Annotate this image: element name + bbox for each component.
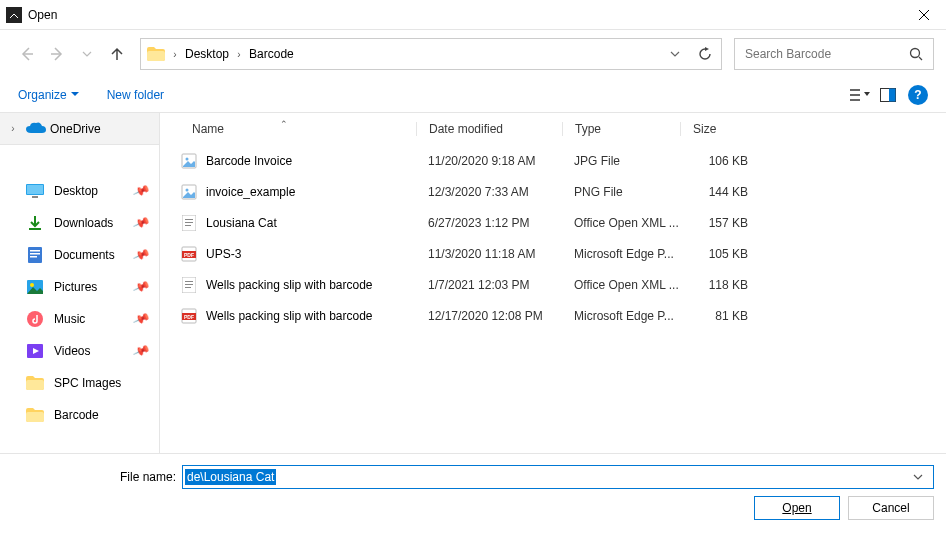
- sidebar-item-barcode[interactable]: Barcode: [0, 399, 159, 431]
- svg-point-21: [186, 188, 189, 191]
- window-title: Open: [28, 8, 901, 22]
- breadcrumb-box[interactable]: › Desktop › Barcode: [140, 38, 722, 70]
- close-button[interactable]: [901, 0, 946, 30]
- file-date: 11/3/2020 11:18 AM: [416, 247, 562, 261]
- sidebar-item-label: Music: [54, 312, 85, 326]
- file-size: 81 KB: [680, 309, 760, 323]
- folder-icon: [145, 40, 167, 68]
- filename-input[interactable]: de\Lousiana Cat: [182, 465, 934, 489]
- file-date: 12/3/2020 7:33 AM: [416, 185, 562, 199]
- sidebar-group-onedrive[interactable]: › OneDrive: [0, 113, 159, 145]
- search-input[interactable]: [743, 46, 909, 62]
- sidebar-item-label: SPC Images: [54, 376, 121, 390]
- svg-point-13: [30, 283, 34, 287]
- sidebar-item-downloads[interactable]: Downloads📌: [0, 207, 159, 239]
- svg-rect-31: [185, 284, 193, 285]
- svg-rect-4: [889, 89, 896, 102]
- view-menu[interactable]: [846, 81, 874, 109]
- desktop-icon: [26, 182, 44, 200]
- file-row[interactable]: invoice_example12/3/2020 7:33 AMPNG File…: [160, 176, 946, 207]
- sidebar: › OneDrive Desktop📌Downloads📌Documents📌P…: [0, 113, 160, 453]
- cancel-button[interactable]: Cancel: [848, 496, 934, 520]
- svg-rect-8: [28, 247, 42, 263]
- file-name: invoice_example: [206, 185, 295, 199]
- svg-text:PDF: PDF: [184, 313, 194, 319]
- breadcrumb-history-dropdown[interactable]: [661, 40, 689, 68]
- sidebar-item-desktop[interactable]: Desktop📌: [0, 175, 159, 207]
- pin-icon: 📌: [132, 214, 151, 232]
- file-icon: PDF: [180, 307, 198, 325]
- pin-icon: 📌: [132, 246, 151, 264]
- forward-button[interactable]: [42, 39, 72, 69]
- app-icon: [6, 7, 22, 23]
- svg-rect-23: [185, 219, 193, 220]
- pin-icon: 📌: [132, 278, 151, 296]
- svg-rect-7: [32, 196, 38, 198]
- column-size[interactable]: Size: [680, 122, 760, 136]
- refresh-button[interactable]: [689, 40, 721, 68]
- open-button[interactable]: Open: [754, 496, 840, 520]
- svg-rect-17: [26, 412, 44, 422]
- recent-dropdown[interactable]: [72, 39, 102, 69]
- file-date: 6/27/2023 1:12 PM: [416, 216, 562, 230]
- filename-dropdown[interactable]: [913, 472, 933, 482]
- svg-text:PDF: PDF: [184, 251, 194, 257]
- sidebar-item-documents[interactable]: Documents📌: [0, 239, 159, 271]
- svg-rect-0: [8, 9, 20, 21]
- new-folder-button[interactable]: New folder: [107, 88, 164, 102]
- breadcrumb-item[interactable]: Barcode: [247, 47, 296, 61]
- file-row[interactable]: PDFWells packing slip with barcode12/17/…: [160, 300, 946, 331]
- title-bar: Open: [0, 0, 946, 30]
- file-name: UPS-3: [206, 247, 241, 261]
- file-date: 12/17/2020 12:08 PM: [416, 309, 562, 323]
- onedrive-icon: [26, 122, 46, 136]
- up-button[interactable]: [102, 39, 132, 69]
- search-box[interactable]: [734, 38, 934, 70]
- preview-pane-button[interactable]: [874, 81, 902, 109]
- file-size: 157 KB: [680, 216, 760, 230]
- file-name: Lousiana Cat: [206, 216, 277, 230]
- sidebar-item-music[interactable]: Music📌: [0, 303, 159, 335]
- organize-menu[interactable]: Organize: [18, 88, 79, 102]
- file-type: PNG File: [562, 185, 680, 199]
- file-row[interactable]: Lousiana Cat6/27/2023 1:12 PMOffice Open…: [160, 207, 946, 238]
- new-folder-label: New folder: [107, 88, 164, 102]
- sidebar-item-label: Desktop: [54, 184, 98, 198]
- svg-rect-30: [185, 281, 193, 282]
- file-row[interactable]: PDFUPS-311/3/2020 11:18 AMMicrosoft Edge…: [160, 238, 946, 269]
- sidebar-item-label: Documents: [54, 248, 115, 262]
- sidebar-item-label: Downloads: [54, 216, 113, 230]
- videos-icon: [26, 342, 44, 360]
- file-name: Barcode Invoice: [206, 154, 292, 168]
- pin-icon: 📌: [132, 342, 151, 360]
- file-date: 1/7/2021 12:03 PM: [416, 278, 562, 292]
- bottom-panel: File name: de\Lousiana Cat Open Cancel: [0, 453, 946, 533]
- sidebar-item-pictures[interactable]: Pictures📌: [0, 271, 159, 303]
- file-type: Microsoft Edge P...: [562, 247, 680, 261]
- column-date[interactable]: Date modified: [416, 122, 562, 136]
- file-type: Office Open XML ...: [562, 278, 680, 292]
- chevron-right-icon: ›: [231, 49, 247, 60]
- file-size: 144 KB: [680, 185, 760, 199]
- organize-label: Organize: [18, 88, 67, 102]
- sidebar-item-spc-images[interactable]: SPC Images: [0, 367, 159, 399]
- svg-rect-32: [185, 287, 191, 288]
- filename-label: File name:: [12, 470, 182, 484]
- file-name: Wells packing slip with barcode: [206, 309, 373, 323]
- file-type: Office Open XML ...: [562, 216, 680, 230]
- file-date: 11/20/2020 9:18 AM: [416, 154, 562, 168]
- column-name[interactable]: Name⌃: [160, 122, 416, 136]
- svg-rect-11: [30, 256, 37, 258]
- file-row[interactable]: Barcode Invoice11/20/2020 9:18 AMJPG Fil…: [160, 145, 946, 176]
- help-button[interactable]: ?: [908, 85, 928, 105]
- svg-rect-9: [30, 250, 40, 252]
- sidebar-item-videos[interactable]: Videos📌: [0, 335, 159, 367]
- search-icon[interactable]: [909, 47, 925, 61]
- file-size: 118 KB: [680, 278, 760, 292]
- breadcrumb-item[interactable]: Desktop: [183, 47, 231, 61]
- file-row[interactable]: Wells packing slip with barcode1/7/2021 …: [160, 269, 946, 300]
- column-type[interactable]: Type: [562, 122, 680, 136]
- file-icon: [180, 152, 198, 170]
- back-button[interactable]: [12, 39, 42, 69]
- pin-icon: 📌: [132, 182, 151, 200]
